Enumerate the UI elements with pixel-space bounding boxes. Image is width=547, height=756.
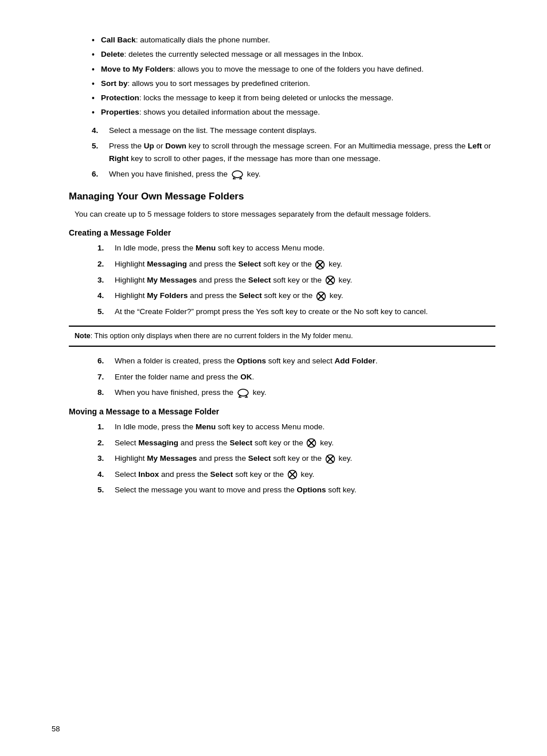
- list-item: 4. Highlight My Folders and press the Se…: [97, 289, 495, 302]
- step-text: Select Inbox and press the Select soft k…: [115, 470, 314, 479]
- list-item: 5. Press the Up or Down key to scroll th…: [92, 140, 495, 164]
- bullet-label: Delete: [101, 50, 124, 58]
- bullet-text: : automatically dials the phone number.: [136, 36, 270, 44]
- moving-steps-list: 1. In Idle mode, press the Menu soft key…: [69, 421, 495, 496]
- x-key-icon: [325, 454, 335, 464]
- bullet-text: : allows you to move the message to one …: [173, 65, 424, 73]
- bullet-text: : deletes the currently selected message…: [124, 50, 364, 58]
- bullet-label: Protection: [101, 93, 139, 102]
- list-item: 6. When a folder is created, press the O…: [97, 355, 495, 367]
- step-number: 1.: [97, 242, 104, 254]
- list-item: Delete: deletes the currently selected m…: [92, 49, 495, 60]
- list-item: 7. Enter the folder name and press the O…: [97, 371, 495, 383]
- note-box: Note: This option only displays when the…: [69, 326, 495, 347]
- step-number: 5.: [92, 140, 98, 152]
- sub-section-title-creating: Creating a Message Folder: [69, 228, 495, 237]
- note-text: : This option only displays when there a…: [91, 332, 353, 340]
- step-text: In Idle mode, press the Menu soft key to…: [115, 422, 325, 431]
- step-text: Press the Up or Down key to scroll throu…: [109, 142, 491, 163]
- list-item: Protection: locks the message to keep it…: [92, 92, 495, 104]
- end-call-icon: [237, 388, 249, 398]
- creating-steps-list: 1. In Idle mode, press the Menu soft key…: [69, 242, 495, 318]
- x-key-icon: [325, 275, 335, 285]
- list-item: Sort by: allows you to sort messages by …: [92, 78, 495, 89]
- list-item: Properties: shows you detailed informati…: [92, 107, 495, 118]
- bullet-label: Call Back: [101, 36, 136, 44]
- svg-point-14: [238, 389, 248, 396]
- step-number: 2.: [97, 258, 104, 271]
- step-number: 5.: [97, 305, 104, 318]
- list-item: 1. In Idle mode, press the Menu soft key…: [97, 421, 495, 433]
- step-text: Select Messaging and press the Select so…: [115, 438, 334, 447]
- step-text: Select a message on the list. The messag…: [109, 126, 317, 135]
- step-number: 6.: [92, 168, 98, 181]
- top-steps-list: 4. Select a message on the list. The mes…: [69, 124, 495, 181]
- list-item: 4. Select a message on the list. The mes…: [92, 124, 495, 137]
- x-key-icon: [316, 291, 326, 301]
- end-call-icon: [231, 170, 244, 180]
- bullet-label: Move to My Folders: [101, 65, 173, 73]
- list-item: 5. At the “Create Folder?” prompt press …: [97, 305, 495, 318]
- step-text: Select the message you want to move and …: [115, 485, 356, 494]
- note-label: Note: [75, 332, 91, 340]
- step-text: At the “Create Folder?” prompt press the…: [115, 307, 428, 316]
- bullet-label: Properties: [101, 108, 139, 116]
- step-number: 7.: [97, 371, 104, 383]
- page: Call Back: automatically dials the phone…: [0, 0, 547, 756]
- step-text: Enter the folder name and press the OK.: [115, 373, 254, 381]
- step-text: In Idle mode, press the Menu soft key to…: [115, 244, 325, 252]
- list-item: 2. Highlight Messaging and press the Sel…: [97, 258, 495, 271]
- bullet-text: : shows you detailed information about t…: [139, 108, 320, 116]
- list-item: 2. Select Messaging and press the Select…: [97, 437, 495, 449]
- step-number: 4.: [92, 124, 98, 137]
- svg-point-0: [232, 171, 243, 178]
- list-item: 6. When you have finished, press the key…: [92, 168, 495, 181]
- after-note-steps-list: 6. When a folder is created, press the O…: [69, 355, 495, 399]
- step-text: When you have finished, press the key.: [115, 388, 266, 397]
- list-item: 5. Select the message you want to move a…: [97, 484, 495, 496]
- list-item: Move to My Folders: allows you to move t…: [92, 64, 495, 75]
- sub-section-title-moving: Moving a Message to a Message Folder: [69, 407, 495, 416]
- step-text: Highlight My Messages and press the Sele…: [115, 276, 352, 284]
- list-item: 8. When you have finished, press the key…: [97, 386, 495, 399]
- step-text: When a folder is created, press the Opti…: [115, 357, 377, 365]
- step-number: 3.: [97, 452, 104, 465]
- step-number: 3.: [97, 274, 104, 287]
- list-item: 3. Highlight My Messages and press the S…: [97, 274, 495, 287]
- step-text: When you have finished, press the key.: [109, 170, 260, 178]
- list-item: Call Back: automatically dials the phone…: [92, 34, 495, 46]
- page-number: 58: [52, 724, 60, 733]
- bullet-text: : allows you to sort messages by predefi…: [128, 79, 310, 88]
- step-number: 1.: [97, 421, 104, 433]
- x-key-icon: [306, 438, 317, 448]
- x-key-icon: [287, 469, 298, 480]
- step-text: Highlight My Folders and press the Selec…: [115, 291, 343, 300]
- bullet-label: Sort by: [101, 79, 128, 88]
- step-number: 2.: [97, 437, 104, 449]
- step-text: Highlight Messaging and press the Select…: [115, 260, 342, 268]
- top-bullet-list: Call Back: automatically dials the phone…: [69, 34, 495, 119]
- bullet-text: : locks the message to keep it from bein…: [139, 93, 394, 102]
- step-number: 8.: [97, 386, 104, 399]
- step-number: 6.: [97, 355, 104, 367]
- intro-text-managing: You can create up to 5 message folders t…: [69, 208, 495, 221]
- list-item: 1. In Idle mode, press the Menu soft key…: [97, 242, 495, 254]
- x-key-icon: [315, 260, 325, 270]
- list-item: 3. Highlight My Messages and press the S…: [97, 452, 495, 465]
- step-number: 4.: [97, 289, 104, 302]
- step-number: 5.: [97, 484, 104, 496]
- step-text: Highlight My Messages and press the Sele…: [115, 454, 352, 463]
- section-title-managing: Managing Your Own Message Folders: [69, 191, 495, 202]
- list-item: 4. Select Inbox and press the Select sof…: [97, 468, 495, 481]
- step-number: 4.: [97, 468, 104, 481]
